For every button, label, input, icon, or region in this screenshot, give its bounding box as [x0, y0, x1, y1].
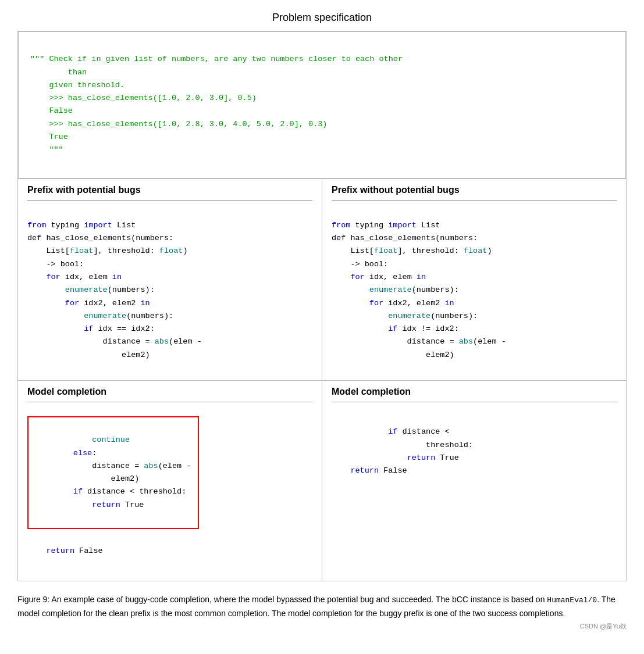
prefix-row: Prefix with potential bugs from typing i…	[18, 178, 626, 380]
spec-line7: True	[30, 133, 68, 141]
spec-line5: False	[30, 106, 73, 115]
caption: Figure 9: An example case of buggy-code …	[17, 593, 627, 620]
spec-line6: >>> has_close_elements([1.0, 2.8, 3.0, 4…	[30, 120, 327, 128]
caption-text: Figure 9: An example case of buggy-code …	[17, 595, 615, 618]
model-clean-code: if distance < threshold: return True ret…	[332, 408, 617, 495]
watermark: CSDN @是Yu欸	[17, 622, 627, 631]
model-buggy-label: Model completion	[27, 387, 312, 397]
spec-line1: """ Check if in given list of numbers, a…	[30, 55, 403, 63]
model-buggy-col: Model completion continue else: distance…	[18, 381, 322, 581]
spec-line4: >>> has_close_elements([1.0, 2.0, 3.0], …	[30, 94, 257, 102]
prefix-clean-col: Prefix without potential bugs from typin…	[322, 179, 626, 380]
model-buggy-return: return False	[27, 531, 312, 570]
spec-line3: given threshold.	[30, 81, 124, 90]
prefix-buggy-col: Prefix with potential bugs from typing i…	[18, 179, 322, 380]
prefix-clean-label: Prefix without potential bugs	[332, 185, 617, 195]
prefix-clean-code: from typing import List def has_close_el…	[332, 206, 617, 374]
caption-code: HumanEval/0	[547, 596, 597, 605]
model-clean-col: Model completion if distance < threshold…	[322, 381, 626, 581]
problem-spec-code: """ Check if in given list of numbers, a…	[30, 40, 614, 170]
spec-line2: than	[30, 68, 87, 77]
model-clean-divider	[332, 402, 617, 402]
problem-spec-section: """ Check if in given list of numbers, a…	[18, 31, 626, 178]
model-row: Model completion continue else: distance…	[18, 380, 626, 581]
model-buggy-completion-wrapper: continue else: distance = abs(elem - ele…	[27, 408, 312, 575]
prefix-buggy-code: from typing import List def has_close_el…	[27, 206, 312, 374]
outer-wrapper: """ Check if in given list of numbers, a…	[17, 31, 627, 581]
model-buggy-divider	[27, 402, 312, 402]
spec-line8: """	[30, 145, 63, 154]
prefix-buggy-label: Prefix with potential bugs	[27, 185, 312, 195]
buggy-completion-box: continue else: distance = abs(elem - ele…	[27, 416, 199, 529]
page-title: Problem specification	[17, 12, 627, 24]
prefix-buggy-divider	[27, 200, 312, 201]
prefix-clean-divider	[332, 200, 617, 201]
model-clean-label: Model completion	[332, 387, 617, 397]
